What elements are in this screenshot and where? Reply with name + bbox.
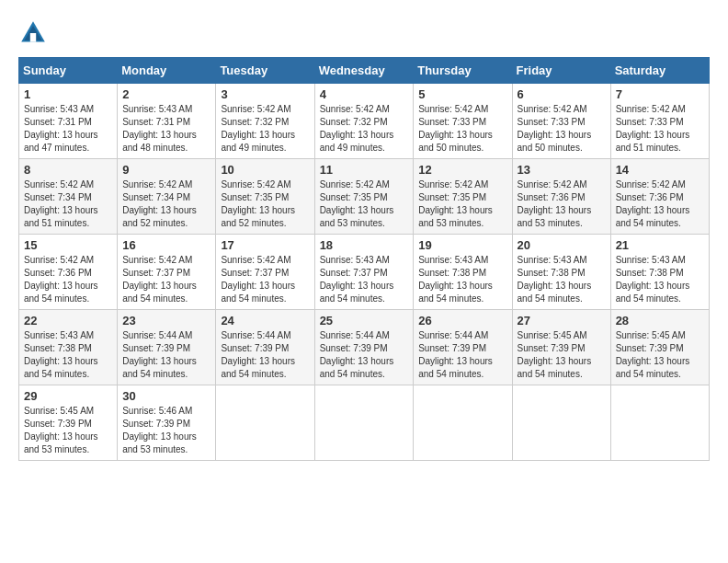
calendar-day-cell: 6Sunrise: 5:42 AMSunset: 7:33 PMDaylight…: [512, 84, 610, 159]
calendar-week-row: 1Sunrise: 5:43 AMSunset: 7:31 PMDaylight…: [19, 84, 710, 159]
day-info: Sunrise: 5:42 AMSunset: 7:32 PMDaylight:…: [221, 103, 309, 155]
day-number: 19: [418, 238, 506, 252]
svg-rect-2: [30, 33, 36, 42]
day-info: Sunrise: 5:43 AMSunset: 7:31 PMDaylight:…: [122, 103, 210, 155]
calendar-day-cell: 20Sunrise: 5:43 AMSunset: 7:38 PMDayligh…: [512, 235, 610, 310]
calendar-day-cell: 25Sunrise: 5:44 AMSunset: 7:39 PMDayligh…: [314, 310, 414, 385]
header-friday: Friday: [512, 58, 610, 84]
day-number: 17: [221, 238, 309, 252]
day-number: 21: [616, 238, 704, 252]
calendar-day-cell: 15Sunrise: 5:42 AMSunset: 7:36 PMDayligh…: [19, 235, 118, 310]
day-info: Sunrise: 5:42 AMSunset: 7:32 PMDaylight:…: [320, 103, 409, 155]
calendar-day-cell: 13Sunrise: 5:42 AMSunset: 7:36 PMDayligh…: [512, 159, 610, 235]
day-info: Sunrise: 5:43 AMSunset: 7:31 PMDaylight:…: [24, 103, 112, 155]
day-number: 20: [518, 238, 606, 252]
day-info: Sunrise: 5:42 AMSunset: 7:36 PMDaylight:…: [518, 178, 606, 230]
calendar-day-cell: 16Sunrise: 5:42 AMSunset: 7:37 PMDayligh…: [118, 235, 216, 310]
day-info: Sunrise: 5:44 AMSunset: 7:39 PMDaylight:…: [418, 329, 506, 381]
calendar-week-row: 22Sunrise: 5:43 AMSunset: 7:38 PMDayligh…: [19, 310, 710, 385]
day-info: Sunrise: 5:44 AMSunset: 7:39 PMDaylight:…: [221, 329, 309, 381]
day-number: 7: [616, 87, 704, 101]
day-info: Sunrise: 5:42 AMSunset: 7:35 PMDaylight:…: [320, 178, 409, 230]
calendar-day-cell: 23Sunrise: 5:44 AMSunset: 7:39 PMDayligh…: [118, 310, 216, 385]
calendar-day-cell: 8Sunrise: 5:42 AMSunset: 7:34 PMDaylight…: [19, 159, 118, 235]
calendar-day-cell: 12Sunrise: 5:42 AMSunset: 7:35 PMDayligh…: [414, 159, 512, 235]
day-info: Sunrise: 5:45 AMSunset: 7:39 PMDaylight:…: [616, 329, 704, 381]
day-number: 15: [24, 238, 112, 252]
day-number: 9: [122, 163, 210, 177]
day-info: Sunrise: 5:43 AMSunset: 7:38 PMDaylight:…: [24, 329, 112, 381]
day-info: Sunrise: 5:42 AMSunset: 7:36 PMDaylight:…: [24, 254, 112, 305]
day-info: Sunrise: 5:42 AMSunset: 7:33 PMDaylight:…: [518, 103, 606, 155]
calendar-week-row: 29Sunrise: 5:45 AMSunset: 7:39 PMDayligh…: [19, 385, 710, 461]
day-number: 2: [122, 87, 210, 101]
calendar-day-cell: 28Sunrise: 5:45 AMSunset: 7:39 PMDayligh…: [610, 310, 709, 385]
calendar-day-cell: 14Sunrise: 5:42 AMSunset: 7:36 PMDayligh…: [610, 159, 709, 235]
day-number: 3: [221, 87, 309, 101]
day-number: 14: [616, 163, 704, 177]
day-number: 27: [518, 314, 606, 327]
day-info: Sunrise: 5:42 AMSunset: 7:34 PMDaylight:…: [122, 178, 210, 230]
day-info: Sunrise: 5:42 AMSunset: 7:33 PMDaylight:…: [616, 103, 704, 155]
day-info: Sunrise: 5:46 AMSunset: 7:39 PMDaylight:…: [122, 405, 210, 456]
day-number: 4: [320, 87, 409, 101]
day-number: 12: [418, 163, 506, 177]
day-info: Sunrise: 5:42 AMSunset: 7:35 PMDaylight:…: [418, 178, 506, 230]
calendar-day-cell: 24Sunrise: 5:44 AMSunset: 7:39 PMDayligh…: [216, 310, 314, 385]
empty-cell: [512, 385, 610, 461]
calendar-day-cell: 1Sunrise: 5:43 AMSunset: 7:31 PMDaylight…: [19, 84, 118, 159]
day-number: 26: [418, 314, 506, 327]
calendar-day-cell: 29Sunrise: 5:45 AMSunset: 7:39 PMDayligh…: [19, 385, 118, 461]
calendar-day-cell: 10Sunrise: 5:42 AMSunset: 7:35 PMDayligh…: [216, 159, 314, 235]
day-info: Sunrise: 5:42 AMSunset: 7:33 PMDaylight:…: [418, 103, 506, 155]
day-info: Sunrise: 5:42 AMSunset: 7:36 PMDaylight:…: [616, 178, 704, 230]
header-saturday: Saturday: [610, 58, 709, 84]
calendar-week-row: 8Sunrise: 5:42 AMSunset: 7:34 PMDaylight…: [19, 159, 710, 235]
day-number: 23: [122, 314, 210, 327]
day-info: Sunrise: 5:42 AMSunset: 7:34 PMDaylight:…: [24, 178, 112, 230]
day-number: 29: [24, 389, 112, 403]
day-number: 25: [320, 314, 409, 327]
calendar-day-cell: 2Sunrise: 5:43 AMSunset: 7:31 PMDaylight…: [118, 84, 216, 159]
calendar-day-cell: 19Sunrise: 5:43 AMSunset: 7:38 PMDayligh…: [414, 235, 512, 310]
day-info: Sunrise: 5:43 AMSunset: 7:38 PMDaylight:…: [518, 254, 606, 305]
day-number: 11: [320, 163, 409, 177]
calendar-day-cell: 5Sunrise: 5:42 AMSunset: 7:33 PMDaylight…: [414, 84, 512, 159]
calendar-day-cell: 7Sunrise: 5:42 AMSunset: 7:33 PMDaylight…: [610, 84, 709, 159]
calendar-day-cell: 26Sunrise: 5:44 AMSunset: 7:39 PMDayligh…: [414, 310, 512, 385]
logo-icon: [18, 18, 48, 48]
day-number: 1: [24, 87, 112, 101]
day-number: 24: [221, 314, 309, 327]
day-info: Sunrise: 5:42 AMSunset: 7:37 PMDaylight:…: [221, 254, 309, 305]
day-number: 16: [122, 238, 210, 252]
calendar-header-row: Sunday Monday Tuesday Wednesday Thursday…: [19, 58, 710, 84]
calendar-day-cell: 3Sunrise: 5:42 AMSunset: 7:32 PMDaylight…: [216, 84, 314, 159]
day-number: 6: [518, 87, 606, 101]
calendar-day-cell: 21Sunrise: 5:43 AMSunset: 7:38 PMDayligh…: [610, 235, 709, 310]
calendar-day-cell: 22Sunrise: 5:43 AMSunset: 7:38 PMDayligh…: [19, 310, 118, 385]
day-number: 10: [221, 163, 309, 177]
empty-cell: [216, 385, 314, 461]
day-info: Sunrise: 5:44 AMSunset: 7:39 PMDaylight:…: [320, 329, 409, 381]
empty-cell: [610, 385, 709, 461]
calendar: Sunday Monday Tuesday Wednesday Thursday…: [18, 57, 710, 461]
day-info: Sunrise: 5:45 AMSunset: 7:39 PMDaylight:…: [24, 405, 112, 456]
calendar-day-cell: 18Sunrise: 5:43 AMSunset: 7:37 PMDayligh…: [314, 235, 414, 310]
empty-cell: [314, 385, 414, 461]
calendar-day-cell: 11Sunrise: 5:42 AMSunset: 7:35 PMDayligh…: [314, 159, 414, 235]
calendar-day-cell: 9Sunrise: 5:42 AMSunset: 7:34 PMDaylight…: [118, 159, 216, 235]
day-info: Sunrise: 5:45 AMSunset: 7:39 PMDaylight:…: [518, 329, 606, 381]
day-number: 18: [320, 238, 409, 252]
day-number: 22: [24, 314, 112, 327]
day-info: Sunrise: 5:43 AMSunset: 7:37 PMDaylight:…: [320, 254, 409, 305]
day-number: 13: [518, 163, 606, 177]
day-number: 8: [24, 163, 112, 177]
day-info: Sunrise: 5:44 AMSunset: 7:39 PMDaylight:…: [122, 329, 210, 381]
calendar-day-cell: 27Sunrise: 5:45 AMSunset: 7:39 PMDayligh…: [512, 310, 610, 385]
day-info: Sunrise: 5:43 AMSunset: 7:38 PMDaylight:…: [616, 254, 704, 305]
logo: [18, 18, 51, 48]
calendar-day-cell: 17Sunrise: 5:42 AMSunset: 7:37 PMDayligh…: [216, 235, 314, 310]
header-wednesday: Wednesday: [314, 58, 414, 84]
calendar-day-cell: 4Sunrise: 5:42 AMSunset: 7:32 PMDaylight…: [314, 84, 414, 159]
empty-cell: [414, 385, 512, 461]
